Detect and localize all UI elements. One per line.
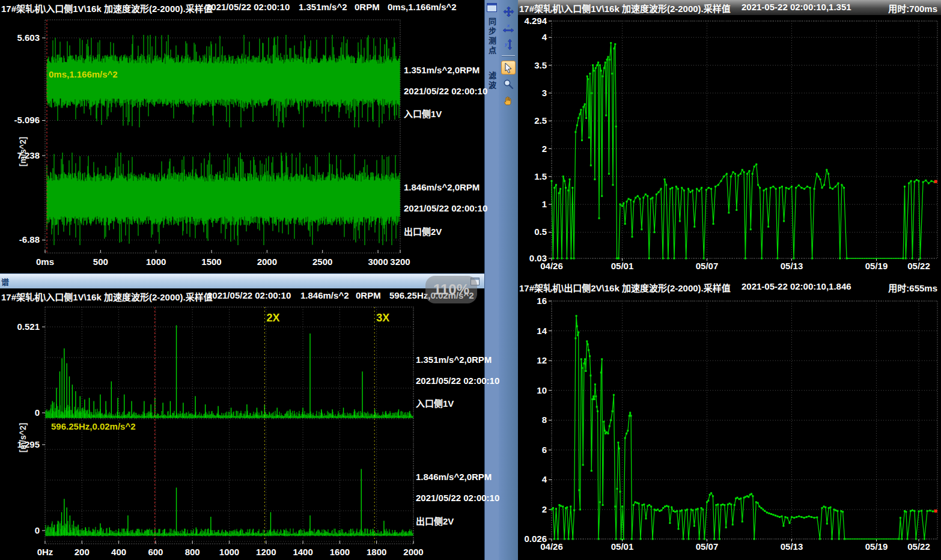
svg-text:x: x xyxy=(507,23,510,28)
zoom-x-tool-icon[interactable]: x xyxy=(501,21,516,35)
svg-text:1200: 1200 xyxy=(256,547,276,557)
toolbar-separator xyxy=(502,55,515,56)
svg-text:0.521: 0.521 xyxy=(17,321,40,332)
spec-trace2-peak-label: 1.846m/s^2,0RPM xyxy=(416,472,492,482)
spectrum-title-row: 17#架轧机\入口侧1V\16k 加速度波形(2-2000).采样值 2021/… xyxy=(0,288,484,303)
trend2-chart[interactable]: 1614121086420.02604/2605/0105/0705/1305/… xyxy=(518,294,941,560)
trend1-readout: 2021-05-22 02:00:10,1.351 xyxy=(742,2,851,12)
spectrum-datetime: 2021/05/22 02:00:10 xyxy=(207,290,291,300)
spectrum-title: 17#架轧机\入口侧1V\16k 加速度波形(2-2000).采样值 xyxy=(1,290,213,303)
svg-text:6: 6 xyxy=(542,445,547,455)
pan-tool-icon[interactable] xyxy=(501,93,516,107)
zoom-y-tool-icon[interactable]: y xyxy=(501,37,516,51)
svg-text:3X: 3X xyxy=(376,312,389,324)
spec-trace1-peak-label: 1.351m/s^2,0RPM xyxy=(416,355,492,365)
svg-text:3000: 3000 xyxy=(368,257,388,267)
vibration-analysis-app: 17#架轧机\入口侧1V\16k 加速度波形(2-2000).采样值 2021/… xyxy=(0,0,941,560)
svg-text:0.5: 0.5 xyxy=(534,227,547,237)
svg-text:1.5: 1.5 xyxy=(534,171,547,181)
svg-text:05/01: 05/01 xyxy=(611,541,634,552)
waveform-y-unit: [m/s^2] xyxy=(18,137,28,166)
trace2-datetime: 2021/05/22 02:00:10 xyxy=(404,203,487,213)
trend2-title: 17#架轧机\出口侧2V\16k 加速度波形(2-2000).采样值 xyxy=(519,281,731,294)
spec-trace1-datetime: 2021/05/22 02:00:10 xyxy=(416,376,499,386)
svg-text:1: 1 xyxy=(542,199,547,209)
trace1-datetime: 2021/05/22 02:00:10 xyxy=(404,86,487,96)
spec-trace1-point-name: 入口侧1V xyxy=(416,397,454,409)
svg-text:1400: 1400 xyxy=(293,547,312,557)
svg-text:2500: 2500 xyxy=(312,257,332,267)
svg-text:16: 16 xyxy=(537,296,547,306)
spec-trace2-datetime: 2021/05/22 02:00:10 xyxy=(416,493,499,503)
spectrum-chart[interactable]: 0Hz2004006008001000120014001600180020000… xyxy=(0,303,484,560)
svg-text:0: 0 xyxy=(35,525,40,535)
svg-text:04/26: 04/26 xyxy=(540,541,563,552)
tab-sync-points[interactable]: 同步测点 xyxy=(486,14,498,59)
svg-text:-5.096: -5.096 xyxy=(14,115,40,125)
svg-text:05/19: 05/19 xyxy=(865,541,888,552)
trend2-title-bar: 17#架轧机\出口侧2V\16k 加速度波形(2-2000).采样值 2021-… xyxy=(518,279,941,294)
waveform-panel: 17#架轧机\入口侧1V\16k 加速度波形(2-2000).采样值 2021/… xyxy=(0,0,484,273)
zoom-level-badge: 110% xyxy=(425,276,477,303)
svg-text:0Hz: 0Hz xyxy=(37,547,53,557)
svg-text:800: 800 xyxy=(185,547,200,557)
svg-text:2000: 2000 xyxy=(403,547,423,557)
svg-text:-6.88: -6.88 xyxy=(19,234,40,245)
svg-text:1000: 1000 xyxy=(219,547,239,557)
svg-text:400: 400 xyxy=(111,547,126,557)
spectrum-y-unit: [m/s^2] xyxy=(18,423,28,452)
svg-text:600: 600 xyxy=(148,547,163,557)
svg-text:8: 8 xyxy=(542,415,547,425)
svg-text:3: 3 xyxy=(542,88,547,98)
svg-text:596.25Hz,0.02m/s^2: 596.25Hz,0.02m/s^2 xyxy=(51,421,136,431)
magnifier-tool-icon[interactable] xyxy=(501,77,516,91)
trend1-title: 17#架轧机\入口侧1V\16k 加速度波形(2-2000).采样值 xyxy=(519,2,731,14)
dock-icon[interactable] xyxy=(487,3,497,12)
svg-text:12: 12 xyxy=(537,355,547,365)
svg-text:1800: 1800 xyxy=(367,547,386,557)
trace2-point-name: 出口侧2V xyxy=(404,225,442,237)
svg-text:1600: 1600 xyxy=(330,547,350,557)
svg-text:05/19: 05/19 xyxy=(865,261,888,271)
move-tool-icon[interactable] xyxy=(501,5,516,19)
svg-text:2: 2 xyxy=(542,144,547,154)
svg-text:2.5: 2.5 xyxy=(534,115,547,126)
svg-text:4: 4 xyxy=(542,32,547,42)
trace1-peak-label: 1.351m/s^2,0RPM xyxy=(404,65,480,75)
svg-text:4.294: 4.294 xyxy=(524,16,547,26)
trend1-chart[interactable]: 4.29443.532.521.510.50.0304/2605/0105/07… xyxy=(518,15,941,279)
spectrum-peak-value: 1.846m/s^2 xyxy=(300,290,349,300)
svg-text:200: 200 xyxy=(75,547,90,557)
svg-text:0ms: 0ms xyxy=(36,257,54,267)
waveform-peak-value: 1.351m/s^2 xyxy=(299,2,347,12)
svg-text:y: y xyxy=(504,41,508,47)
svg-text:05/22: 05/22 xyxy=(907,261,930,271)
svg-text:05/07: 05/07 xyxy=(696,541,719,552)
spectrum-window-titlebar[interactable]: 谱 xyxy=(0,273,484,288)
waveform-rpm: 0RPM xyxy=(355,2,380,12)
svg-text:10: 10 xyxy=(537,385,547,395)
tab-filter[interactable]: 滤波 xyxy=(486,68,498,94)
waveform-chart-area: 5.603-5.0967.238-6.880ms5001000150020002… xyxy=(0,15,484,273)
svg-text:05/22: 05/22 xyxy=(907,541,930,552)
svg-text:1500: 1500 xyxy=(201,257,221,267)
svg-text:2000: 2000 xyxy=(257,257,277,267)
trend2-readout: 2021-05-22 02:00:10,1.846 xyxy=(742,281,851,291)
svg-text:05/01: 05/01 xyxy=(611,261,634,271)
svg-text:500: 500 xyxy=(93,257,108,267)
right-column: 17#架轧机\入口侧1V\16k 加速度波形(2-2000).采样值 2021-… xyxy=(518,0,941,560)
svg-text:0: 0 xyxy=(35,407,40,418)
svg-text:1000: 1000 xyxy=(146,257,166,267)
waveform-datetime: 2021/05/22 02:00:10 xyxy=(206,2,290,12)
svg-text:2: 2 xyxy=(542,504,547,514)
svg-text:0ms,1.166m/s^2: 0ms,1.166m/s^2 xyxy=(49,69,118,79)
trace2-peak-label: 1.846m/s^2,0RPM xyxy=(404,182,480,192)
svg-text:3.5: 3.5 xyxy=(534,60,547,70)
left-column: 17#架轧机\入口侧1V\16k 加速度波形(2-2000).采样值 2021/… xyxy=(0,0,484,560)
svg-text:05/07: 05/07 xyxy=(696,261,719,271)
select-tool-icon[interactable] xyxy=(501,61,516,75)
spectrum-window: 谱 110% 17#架轧机\入口侧1V\16k 加速度波形(2-2000).采样… xyxy=(0,273,484,560)
svg-text:5.603: 5.603 xyxy=(17,32,40,43)
svg-text:05/13: 05/13 xyxy=(781,261,803,271)
spectrum-rpm: 0RPM xyxy=(356,290,381,300)
